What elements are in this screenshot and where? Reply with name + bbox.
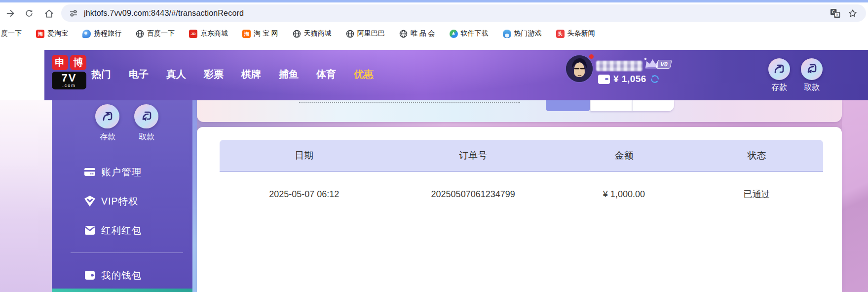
bookmark-label: 天猫商城 [304,29,332,38]
bookmark-partial[interactable]: 度一下 [1,29,22,38]
bookmark-label: 阿里巴巴 [357,29,385,38]
bookmark-jd[interactable]: JD 京东商城 [189,29,228,38]
header-withdraw-button[interactable] [801,58,823,80]
bookmark-label: 携程旅行 [94,29,121,38]
sidebar-deposit-label[interactable]: 存款 [93,132,122,142]
header-deposit-label[interactable]: 存款 [768,83,790,93]
sidebar-deposit-button[interactable] [95,104,119,128]
svg-text:文: 文 [835,13,839,17]
wallet-icon [83,269,96,282]
bookmark-taobao[interactable]: 淘 淘 宝 网 [242,29,278,38]
bookmark-label: 京东商城 [200,29,228,38]
nav-item-promo[interactable]: 优惠 [354,68,374,81]
site-logo[interactable]: 申 博 7V .com [52,55,88,89]
content-right-gradient [842,100,868,292]
logo-badges: 申 博 [52,55,88,70]
bookmark-star-icon[interactable] [847,8,858,19]
translate-icon[interactable]: G 文 [830,8,840,19]
sidebar-item-label: 红利红包 [101,224,142,237]
vip-badge[interactable]: V0 [642,57,671,70]
sidebar-item-wallet[interactable]: 我的钱包 [52,265,192,285]
bank-card-icon [83,166,96,178]
sidebar-edge-strip [192,100,197,292]
row-date: 2025-05-07 06:12 [220,189,388,200]
jd-icon: JD [189,30,197,38]
bookmark-label: 爱淘宝 [47,29,68,38]
vip-shield-icon [83,195,96,208]
home-icon[interactable] [42,7,55,20]
nav-item-lottery[interactable]: 彩票 [204,68,224,81]
url-text[interactable]: jhktofs.7vv09.com:8443/#/transactionReco… [84,4,244,22]
column-header-amount: 金额 [558,149,690,162]
logo-block: 7V .com [52,72,86,89]
main-nav: 热门 电子 真人 彩票 棋牌 捕鱼 体育 优惠 [91,68,374,81]
site-info-icon[interactable] [68,8,79,19]
balance-row: ¥ 1,056 [598,74,660,84]
taobao-orange-icon: 淘 [242,30,251,38]
globe-icon [293,30,301,38]
bookmark-label: 头条新闻 [567,29,595,38]
avatar[interactable] [566,55,593,82]
bookmark-vip[interactable]: 唯 品 会 [399,29,435,38]
sidebar-item-label: 账户管理 [101,166,142,179]
nav-item-fishing[interactable]: 捕鱼 [279,68,299,81]
bookmark-software[interactable]: 软件下载 [450,29,489,38]
nav-item-cards[interactable]: 棋牌 [241,68,261,81]
sidebar-item-label: VIP特权 [101,195,138,208]
globe-icon [346,30,354,38]
penguin-game-icon [503,30,511,38]
red-packet-icon [83,224,96,237]
dashed-divider [299,102,520,103]
column-header-date: 日期 [220,149,388,162]
globe-icon [399,30,408,38]
software-download-icon [450,30,458,38]
date-tab[interactable] [590,100,632,111]
bookmark-ctrip[interactable]: 携程旅行 [82,29,121,38]
refresh-balance-icon[interactable] [650,74,660,84]
refresh-icon[interactable] [23,7,36,20]
sidebar-item-bonus[interactable]: 红利红包 [52,220,192,240]
bookmark-aitaobao[interactable]: 淘 爱淘宝 [36,29,68,38]
row-status: 已通过 [690,188,823,200]
nav-item-live[interactable]: 真人 [166,68,186,81]
sidebar-bottom-accent [52,289,192,292]
sidebar-item-label: 我的钱包 [101,269,142,282]
toutiao-icon: 头 [556,30,565,38]
sidebar-item-account[interactable]: 账户管理 [52,162,192,182]
bookmark-baidu[interactable]: 百度一下 [136,29,175,38]
column-header-status: 状态 [690,149,823,162]
table-header: 日期 订单号 金额 状态 [220,140,823,172]
nav-item-hot[interactable]: 热门 [91,68,111,81]
nav-item-slots[interactable]: 电子 [129,68,149,81]
sidebar-withdraw-button[interactable] [134,104,158,128]
table-row: 2025-05-07 06:12 20250507061234799 ¥ 1,0… [220,184,823,204]
sidebar-divider [71,252,183,253]
bookmark-label: 百度一下 [147,29,175,38]
bookmark-tmall[interactable]: 天猫商城 [293,29,332,38]
logo-badge-right: 博 [70,55,86,70]
transaction-record-card: 日期 订单号 金额 状态 2025-05-07 06:12 2025050706… [197,127,842,292]
sidebar-withdraw-label[interactable]: 取款 [132,132,161,142]
site-header: 申 博 7V .com 热门 电子 真人 彩票 棋牌 捕鱼 体育 优惠 [44,50,868,100]
bookmark-toutiao[interactable]: 头 头条新闻 [556,29,595,38]
sidebar-item-vip[interactable]: VIP特权 [52,191,192,211]
date-tab-group [546,100,674,111]
sidebar: 存款 取款 账户管理 VIP特权 [52,100,192,292]
forward-icon[interactable] [4,7,17,20]
notification-dot [589,54,594,59]
header-withdraw-label[interactable]: 取款 [801,83,823,93]
bookmark-label: 淘 宝 网 [254,29,278,38]
globe-icon [136,30,144,38]
column-header-order: 订单号 [388,149,557,162]
header-deposit-button[interactable] [768,58,790,80]
date-tab[interactable] [632,100,674,111]
bookmark-alibaba[interactable]: 阿里巴巴 [346,29,385,38]
url-bar[interactable]: jhktofs.7vv09.com:8443/#/transactionReco… [61,4,866,22]
bookmarks-bar: 度一下 淘 爱淘宝 携程旅行 百度一下 JD 京东商城 淘 淘 宝 网 天猫商城… [0,24,868,43]
bookmark-games[interactable]: 热门游戏 [503,29,542,38]
date-tab-active[interactable] [546,100,590,111]
page-left-gradient [0,100,52,292]
nav-item-sports[interactable]: 体育 [316,68,336,81]
bookmark-label: 热门游戏 [514,29,542,38]
page-left-margin [0,43,44,100]
